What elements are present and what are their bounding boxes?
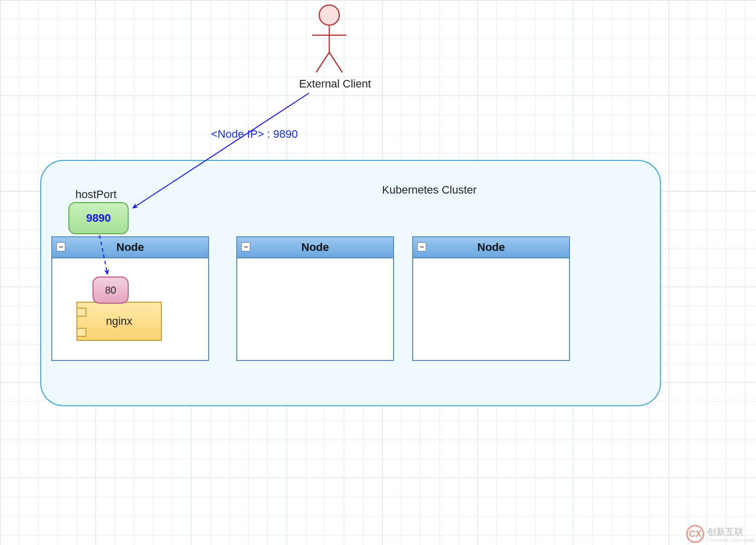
node-title: Node bbox=[117, 241, 144, 254]
node-header-2: − Node bbox=[237, 237, 393, 258]
arrow-label: <Node IP> : 9890 bbox=[211, 128, 298, 141]
hostport-box: 9890 bbox=[68, 202, 129, 234]
node-header-1: − Node bbox=[52, 237, 208, 258]
node-box-1: − Node bbox=[51, 236, 209, 361]
node-title: Node bbox=[302, 241, 329, 254]
node-box-3: − Node bbox=[412, 236, 570, 361]
collapse-icon[interactable]: − bbox=[241, 242, 250, 251]
nginx-label: nginx bbox=[106, 315, 133, 328]
watermark-logo-icon: CX bbox=[686, 525, 704, 543]
node-title: Node bbox=[478, 241, 505, 254]
watermark-sub: CXCHENG XINYULIAN bbox=[707, 538, 754, 542]
svg-line-3 bbox=[316, 52, 329, 72]
svg-line-4 bbox=[329, 52, 342, 72]
svg-point-0 bbox=[319, 5, 339, 25]
diagram-canvas: External Client Kubernetes Cluster hostP… bbox=[0, 0, 756, 545]
node-header-3: − Node bbox=[413, 237, 569, 258]
node-box-2: − Node bbox=[236, 236, 394, 361]
external-client-actor: External Client bbox=[299, 3, 359, 90]
nginx-component: nginx bbox=[76, 302, 162, 341]
watermark-text: 创新互联 bbox=[707, 526, 754, 538]
container-port-box: 80 bbox=[92, 277, 129, 304]
watermark: CX 创新互联 CXCHENG XINYULIAN bbox=[686, 525, 754, 543]
cluster-title: Kubernetes Cluster bbox=[382, 184, 477, 197]
container-port-value: 80 bbox=[105, 285, 116, 296]
actor-label: External Client bbox=[299, 77, 359, 90]
actor-icon bbox=[309, 3, 349, 73]
hostport-label: hostPort bbox=[75, 188, 117, 201]
collapse-icon[interactable]: − bbox=[417, 242, 426, 251]
collapse-icon[interactable]: − bbox=[56, 242, 65, 251]
hostport-value: 9890 bbox=[86, 212, 111, 225]
